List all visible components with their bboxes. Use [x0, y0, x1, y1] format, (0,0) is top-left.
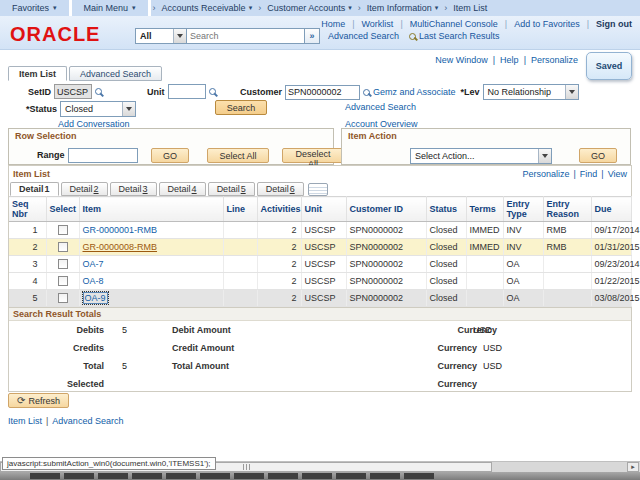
- status-field-group: *Status Closed: [26, 101, 136, 117]
- item-link[interactable]: GR-0000001-RMB: [83, 225, 158, 235]
- grid-titlebar: Item List Personalize | Find | View: [9, 166, 631, 181]
- col-select: Select: [46, 197, 79, 222]
- scrollbar-right-arrow[interactable]: ▸: [627, 462, 639, 472]
- dropdown-arrow-icon[interactable]: [565, 85, 578, 99]
- saved-status-badge: Saved: [586, 52, 632, 80]
- dropdown-arrow-icon[interactable]: [122, 102, 135, 116]
- status-cell: Closed: [426, 222, 466, 239]
- separator: |: [505, 19, 507, 29]
- favorites-menu[interactable]: Favorites ▾: [0, 0, 72, 16]
- chevron-down-icon: ▾: [249, 4, 253, 12]
- dropdown-arrow-icon[interactable]: [173, 29, 186, 43]
- setid-lookup-icon[interactable]: [95, 88, 102, 95]
- row-select-checkbox[interactable]: [58, 276, 68, 286]
- last-search-results-link[interactable]: Last Search Results: [419, 31, 500, 41]
- dropdown-arrow-icon[interactable]: [538, 149, 551, 163]
- advanced-search-header-link[interactable]: Advanced Search: [328, 31, 399, 41]
- totals-amount-label: Total Amount: [172, 361, 229, 371]
- detail-tab-2[interactable]: Detail 2: [61, 182, 108, 196]
- activities-cell: 2: [257, 239, 301, 256]
- range-go-button[interactable]: GO: [151, 148, 189, 163]
- item-action-select[interactable]: Select Action...: [410, 148, 552, 164]
- search-input[interactable]: [187, 28, 305, 44]
- item-action-value: Select Action...: [415, 151, 475, 161]
- footer-item-list-link[interactable]: Item List: [8, 416, 42, 426]
- row-select-checkbox[interactable]: [58, 259, 68, 269]
- page-action-links: New Window | Help | Personalize: [435, 55, 578, 65]
- oracle-logo: ORACLE: [10, 23, 100, 46]
- separator: |: [601, 169, 603, 179]
- col-seq-nbr: Seq Nbr: [9, 197, 46, 222]
- row-select-checkbox[interactable]: [58, 293, 68, 303]
- detail-tab-4[interactable]: Detail 4: [159, 182, 206, 196]
- item-link[interactable]: GR-0000008-RMB: [83, 242, 158, 252]
- tab-item-list[interactable]: Item List: [8, 66, 67, 81]
- detail-tab-label: Detail: [19, 184, 44, 194]
- customer-lookup-icon[interactable]: [363, 89, 370, 96]
- status-value: Closed: [65, 104, 93, 114]
- detail-tab-6[interactable]: Detail 6: [257, 182, 304, 196]
- level-select[interactable]: No Relationship: [483, 84, 579, 100]
- search-scope-select[interactable]: All: [135, 28, 187, 44]
- breadcrumb-separator: ›: [151, 3, 158, 13]
- detail-tab-3[interactable]: Detail 3: [110, 182, 157, 196]
- unit-field[interactable]: [168, 84, 206, 99]
- refresh-button[interactable]: ⟳ Refresh: [8, 393, 69, 408]
- detail-tab-1[interactable]: Detail 1: [10, 182, 59, 196]
- personalize-page-link[interactable]: Personalize: [531, 55, 578, 65]
- col-customer-id: Customer ID: [346, 197, 426, 222]
- deselect-all-button[interactable]: Deselect All: [282, 148, 344, 163]
- breadcrumb-label: Accounts Receivable: [162, 3, 246, 13]
- peoplesoft-item-list-page: Favorites ▾ Main Menu ▾ › Accounts Recei…: [0, 0, 640, 480]
- footer-advanced-search-link[interactable]: Advanced Search: [52, 416, 123, 426]
- refresh-icon: ⟳: [17, 395, 25, 406]
- totals-amount-label: Debit Amount: [172, 325, 231, 335]
- breadcrumb-accounts-receivable[interactable]: Accounts Receivable ▾: [158, 3, 257, 13]
- status-select[interactable]: Closed: [60, 101, 136, 117]
- setid-field[interactable]: USCSP: [54, 84, 92, 99]
- search-button[interactable]: Search: [215, 100, 267, 115]
- customer-id-cell: SPN0000002: [346, 239, 426, 256]
- item-link[interactable]: OA-7: [83, 259, 104, 269]
- row-select-checkbox[interactable]: [58, 242, 68, 252]
- new-window-link[interactable]: New Window: [435, 55, 488, 65]
- activities-cell: 2: [257, 273, 301, 290]
- item-action-go-button[interactable]: GO: [579, 148, 617, 163]
- detail-tab-label: Detail: [266, 184, 289, 194]
- currency-label: Currency: [417, 379, 477, 389]
- line-cell: [223, 273, 257, 290]
- range-field[interactable]: [68, 148, 138, 163]
- add-to-favorites-link[interactable]: Add to Favorites: [514, 19, 580, 29]
- select-all-button[interactable]: Select All: [207, 148, 269, 163]
- currency-label: Currency: [417, 343, 477, 353]
- customer-field[interactable]: SPN0000002: [285, 85, 360, 100]
- show-all-columns-icon[interactable]: [308, 183, 328, 196]
- taskbar-strip: [0, 472, 640, 480]
- row-select-checkbox[interactable]: [58, 225, 68, 235]
- unit-lookup-icon[interactable]: [209, 88, 216, 95]
- currency-value: USD: [473, 325, 492, 335]
- breadcrumb-item-information[interactable]: Item Information ▾: [363, 3, 443, 13]
- grid-personalize-link[interactable]: Personalize: [522, 169, 569, 179]
- main-menu-label: Main Menu: [84, 3, 129, 13]
- item-list-grid-section: Item List Personalize | Find | View Deta…: [8, 165, 632, 392]
- grid-find-link[interactable]: Find: [580, 169, 598, 179]
- row-selection-title: Row Selection: [15, 131, 77, 141]
- search-go-button[interactable]: »: [305, 28, 320, 44]
- breadcrumb-label: Customer Accounts: [267, 3, 345, 13]
- sign-out-link[interactable]: Sign out: [596, 19, 632, 29]
- unit-cell: USCSP: [301, 273, 346, 290]
- tab-advanced-search[interactable]: Advanced Search: [69, 66, 162, 81]
- advanced-search-link[interactable]: Advanced Search: [345, 102, 416, 112]
- breadcrumb-customer-accounts[interactable]: Customer Accounts ▾: [263, 3, 356, 13]
- grid-view-link[interactable]: View: [608, 169, 627, 179]
- main-menu[interactable]: Main Menu ▾: [72, 0, 151, 16]
- totals-label: Total: [29, 361, 104, 371]
- detail-tab-5[interactable]: Detail 5: [208, 182, 255, 196]
- customer-name-link[interactable]: Gemz and Associate: [373, 87, 456, 97]
- terms-cell: [466, 256, 503, 273]
- level-label: *Lev: [461, 87, 480, 97]
- help-link[interactable]: Help: [500, 55, 519, 65]
- item-link[interactable]: OA-8: [83, 276, 104, 286]
- item-link-focused[interactable]: OA-9: [83, 292, 108, 304]
